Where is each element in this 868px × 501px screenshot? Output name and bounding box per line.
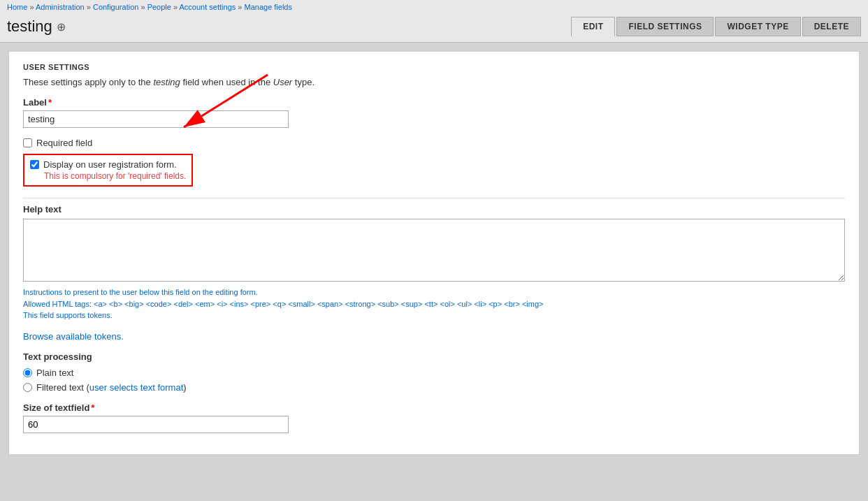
display-registration-row: Display on user registration form.	[30, 159, 186, 170]
main-content: USER SETTINGS These settings apply only …	[0, 43, 868, 463]
help-text-textarea[interactable]	[23, 219, 845, 282]
add-icon[interactable]: ⊕	[57, 20, 66, 34]
browse-tokens-link[interactable]: Browse available tokens.	[23, 331, 845, 342]
section-title: USER SETTINGS	[23, 63, 845, 71]
breadcrumb-people[interactable]: People	[147, 3, 171, 11]
page-title-text: testing	[7, 17, 52, 36]
content-panel: USER SETTINGS These settings apply only …	[8, 51, 860, 455]
plain-text-label[interactable]: Plain text	[36, 368, 73, 378]
label-input[interactable]	[23, 110, 289, 128]
help-description: Instructions to present to the user belo…	[23, 286, 845, 321]
help-text-group: Help text Instructions to present to the…	[23, 198, 845, 321]
label-field-group: Label*	[23, 97, 845, 128]
breadcrumb-configuration[interactable]: Configuration	[93, 3, 138, 11]
breadcrumb-home[interactable]: Home	[7, 3, 27, 11]
tab-buttons: EDIT FIELD SETTINGS WIDGET TYPE DELETE	[571, 17, 861, 36]
tab-delete[interactable]: DELETE	[802, 17, 861, 36]
display-registration-label[interactable]: Display on user registration form.	[43, 159, 177, 170]
filtered-text-format-link[interactable]: user selects text format	[89, 382, 183, 393]
top-bar: Home » Administration » Configuration » …	[0, 0, 868, 43]
plain-text-radio[interactable]	[23, 368, 32, 377]
text-processing-group: Text processing Plain text Filtered text…	[23, 351, 845, 393]
display-registration-highlight-box: Display on user registration form. This …	[23, 154, 193, 187]
label-field-label: Label*	[23, 97, 845, 108]
breadcrumb-manage-fields[interactable]: Manage fields	[245, 3, 293, 11]
section-description: These settings apply only to the testing…	[23, 77, 845, 87]
compulsory-note: This is compulsory for 'required' fields…	[44, 171, 186, 181]
display-registration-checkbox[interactable]	[30, 160, 39, 169]
required-field-checkbox[interactable]	[23, 138, 32, 147]
breadcrumb-account-settings[interactable]: Account settings	[180, 3, 236, 11]
filtered-text-label[interactable]: Filtered text (user selects text format)	[36, 382, 187, 393]
label-required-star: *	[48, 97, 52, 108]
text-processing-label: Text processing	[23, 351, 845, 362]
page-title: testing ⊕	[7, 17, 66, 36]
size-field-group: Size of textfield*	[23, 402, 845, 433]
breadcrumb-administration[interactable]: Administration	[36, 3, 85, 11]
filtered-text-radio[interactable]	[23, 383, 32, 392]
help-text-label: Help text	[23, 198, 845, 215]
filtered-text-radio-row: Filtered text (user selects text format)	[23, 382, 845, 393]
required-field-row: Required field	[23, 138, 845, 148]
page-title-bar: testing ⊕ EDIT FIELD SETTINGS WIDGET TYP…	[7, 14, 861, 41]
size-field-label: Size of textfield*	[23, 402, 845, 413]
size-input[interactable]	[23, 416, 289, 433]
size-required-star: *	[91, 402, 94, 413]
tab-edit[interactable]: EDIT	[571, 17, 615, 36]
tab-field-settings[interactable]: FIELD SETTINGS	[616, 17, 714, 36]
required-field-label[interactable]: Required field	[36, 138, 92, 148]
plain-text-radio-row: Plain text	[23, 368, 845, 378]
breadcrumb: Home » Administration » Configuration » …	[7, 3, 861, 11]
tab-widget-type[interactable]: WIDGET TYPE	[715, 17, 800, 36]
